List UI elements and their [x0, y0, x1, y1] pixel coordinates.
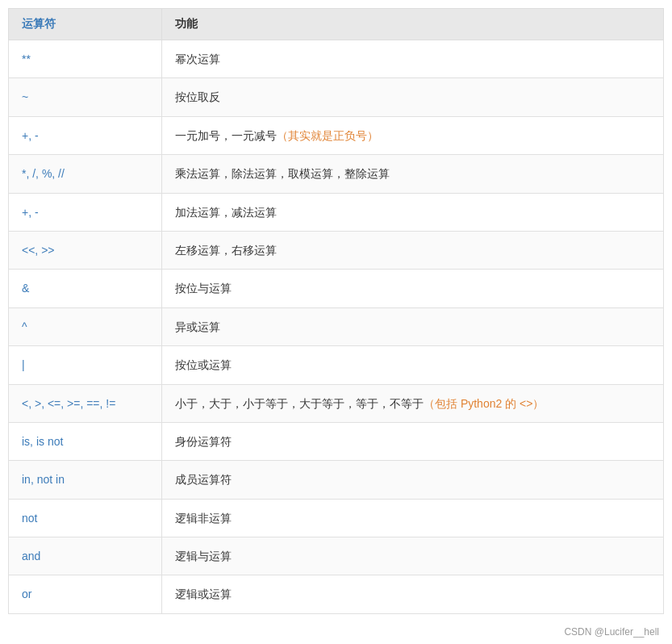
operator-cell: <, >, <=, >=, ==, != [9, 384, 162, 422]
operator-cell: +, - [9, 193, 162, 231]
function-cell: 逻辑与运算 [162, 537, 664, 575]
table-row: &按位与运算 [9, 270, 664, 307]
operator-cell: and [9, 537, 162, 575]
table-row: and逻辑与运算 [9, 537, 664, 575]
function-cell: 加法运算，减法运算 [162, 193, 664, 231]
operator-cell: not [9, 499, 162, 537]
header-function: 功能 [162, 9, 664, 40]
function-cell: 小于，大于，小于等于，大于等于，等于，不等于（包括 Python2 的 <>） [162, 384, 664, 422]
function-cell: 乘法运算，除法运算，取模运算，整除运算 [162, 155, 664, 193]
table-row: **幂次运算 [9, 40, 664, 78]
table-header-row: 运算符 功能 [9, 9, 664, 40]
function-cell: 按位或运算 [162, 346, 664, 384]
operators-table: 运算符 功能 **幂次运算~按位取反+, -一元加号，一元减号（其实就是正负号）… [8, 8, 664, 614]
table-row: or逻辑或运算 [9, 575, 664, 613]
function-cell: 异或运算 [162, 307, 664, 345]
function-cell: 成员运算符 [162, 461, 664, 499]
table-row: not逻辑非运算 [9, 499, 664, 537]
function-cell: 左移运算，右移运算 [162, 231, 664, 269]
operator-cell: & [9, 270, 162, 307]
operator-cell: *, /, %, // [9, 155, 162, 193]
operator-cell: ^ [9, 307, 162, 345]
function-cell: 逻辑非运算 [162, 499, 664, 537]
function-cell: 按位取反 [162, 78, 664, 116]
function-cell: 按位与运算 [162, 270, 664, 307]
function-cell: 幂次运算 [162, 40, 664, 78]
operator-cell: +, - [9, 116, 162, 154]
operator-cell: in, not in [9, 461, 162, 499]
operator-cell: | [9, 346, 162, 384]
operator-cell: ** [9, 40, 162, 78]
page-container: 运算符 功能 **幂次运算~按位取反+, -一元加号，一元减号（其实就是正负号）… [0, 0, 672, 644]
operator-cell: ~ [9, 78, 162, 116]
table-row: ^异或运算 [9, 307, 664, 345]
function-cell: 一元加号，一元减号（其实就是正负号） [162, 116, 664, 154]
table-row: +, -一元加号，一元减号（其实就是正负号） [9, 116, 664, 154]
header-operator: 运算符 [9, 9, 162, 40]
watermark: CSDN @Lucifer__hell [564, 626, 659, 638]
operator-cell: is, is not [9, 422, 162, 460]
table-row: *, /, %, //乘法运算，除法运算，取模运算，整除运算 [9, 155, 664, 193]
table-row: ~按位取反 [9, 78, 664, 116]
paren-content: （包括 Python2 的 <>） [424, 397, 544, 410]
table-row: |按位或运算 [9, 346, 664, 384]
table-row: is, is not身份运算符 [9, 422, 664, 460]
paren-content: （其实就是正负号） [277, 129, 378, 142]
table-row: <<, >>左移运算，右移运算 [9, 231, 664, 269]
table-row: in, not in成员运算符 [9, 461, 664, 499]
table-row: +, -加法运算，减法运算 [9, 193, 664, 231]
operator-cell: <<, >> [9, 231, 162, 269]
function-cell: 身份运算符 [162, 422, 664, 460]
function-cell: 逻辑或运算 [162, 575, 664, 613]
table-row: <, >, <=, >=, ==, !=小于，大于，小于等于，大于等于，等于，不… [9, 384, 664, 422]
operator-cell: or [9, 575, 162, 613]
